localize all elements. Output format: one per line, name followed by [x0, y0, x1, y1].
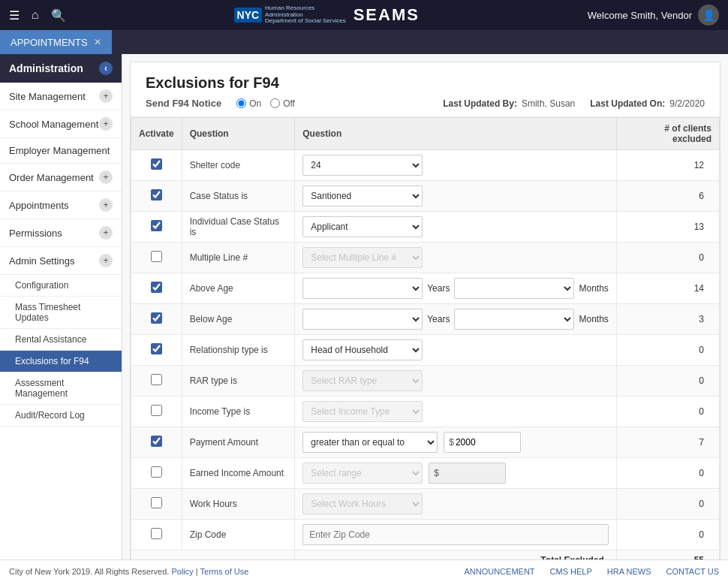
select-individual-case-status[interactable]: ApplicantParticipant — [302, 216, 423, 237]
footer-contact-link[interactable]: CONTACT US — [666, 567, 720, 576]
select-above-age-months[interactable]: 6 — [454, 278, 574, 299]
radio-off[interactable] — [270, 98, 280, 108]
sidebar-item-permissions[interactable]: Permissions + — [0, 219, 122, 247]
sidebar-item-label: Employer Management — [9, 145, 110, 156]
select-rar-type[interactable]: Select RAR type — [302, 370, 423, 391]
sidebar-item-site-management[interactable]: Site Management + — [0, 83, 122, 110]
footer-announcement-link[interactable]: ANNOUNCEMENT — [464, 567, 534, 576]
select-below-age-years[interactable]: 18 — [302, 309, 423, 330]
radio-off-label[interactable]: Off — [270, 98, 295, 109]
checkbox-case-status[interactable] — [151, 189, 162, 201]
select-income-type[interactable]: Select Income Type — [302, 401, 423, 422]
question-rar-type: RAR type is — [182, 366, 295, 397]
select-payment-condition[interactable]: greater than or equal to less than equal… — [302, 432, 438, 453]
below-age-row: 18 Years 6 Months — [302, 309, 609, 330]
sidebar-expand-icon: + — [99, 226, 113, 240]
question-case-status: Case Status is — [182, 181, 295, 212]
sidebar-collapse-btn[interactable]: ‹ — [99, 62, 113, 75]
sidebar-subitem-assessment-management[interactable]: Assessment Management — [0, 372, 122, 405]
above-age-row: 1821 Years 6 Months — [302, 278, 609, 299]
footer-hra-news-link[interactable]: HRA NEWS — [607, 567, 651, 576]
select-above-age-years[interactable]: 1821 — [302, 278, 423, 299]
question-individual-case-status: Individual Case Status is — [182, 212, 295, 243]
sidebar-expand-icon: + — [99, 254, 113, 267]
radio-off-text: Off — [283, 98, 295, 109]
footer-left: City of New York 2019. All Rights Reserv… — [9, 567, 248, 576]
checkbox-individual-case-status[interactable] — [151, 220, 162, 231]
col-activate: Activate — [131, 118, 182, 150]
sidebar-subitem-configuration[interactable]: Configuration — [0, 275, 122, 297]
tab-label: APPOINTMENTS — [11, 37, 88, 48]
select-relationship-type[interactable]: Head of HouseholdSpouse — [302, 339, 423, 360]
sidebar-subitem-mass-timesheet[interactable]: Mass Timesheet Updates — [0, 297, 122, 329]
footer-policy-link[interactable]: Policy — [171, 567, 193, 576]
question-earned-income: Earned Income Amount — [182, 458, 295, 489]
footer-right: ANNOUNCEMENT CMS HELP HRA NEWS CONTACT U… — [464, 567, 719, 576]
select-case-status[interactable]: SantionedActive — [302, 185, 423, 207]
sidebar-subitem-rental-assistance[interactable]: Rental Assistance — [0, 329, 122, 351]
footer-terms-link[interactable]: Terms of Use — [200, 567, 249, 576]
earned-income-input[interactable] — [441, 468, 501, 478]
checkbox-shelter-code[interactable] — [151, 158, 162, 170]
select-below-age-months[interactable]: 6 — [454, 309, 574, 330]
last-updated-by-value: Smith, Susan — [522, 98, 575, 109]
radio-on[interactable] — [236, 98, 246, 108]
sidebar-item-admin-settings[interactable]: Admin Settings + — [0, 247, 122, 275]
count-individual-case-status: 13 — [616, 212, 719, 243]
checkbox-above-age[interactable] — [151, 282, 162, 293]
select-work-hours[interactable]: Select Work Hours — [302, 493, 423, 514]
col-value: Question — [295, 118, 617, 150]
sidebar-item-label: Order Management — [9, 172, 94, 183]
radio-on-label[interactable]: On — [236, 98, 261, 109]
sidebar-item-label: Admin Settings — [9, 255, 74, 267]
dollar-sign: $ — [434, 468, 439, 478]
checkbox-relationship-type[interactable] — [151, 343, 162, 354]
table-row: Zip Code 0 — [131, 520, 720, 550]
checkbox-payment-amount[interactable] — [151, 436, 162, 447]
page-inner: Exclusions for F94 Send F94 Notice On Of… — [130, 62, 720, 559]
tab-close-icon[interactable]: ✕ — [94, 37, 101, 47]
sidebar-subitem-label: Assessment Management — [15, 378, 68, 399]
nav-left: ☰ ⌂ 🔍 — [9, 8, 66, 23]
checkbox-multiple-line[interactable] — [151, 251, 162, 262]
home-icon[interactable]: ⌂ — [32, 8, 39, 22]
dollar-sign: $ — [449, 437, 454, 448]
search-icon[interactable]: 🔍 — [51, 8, 66, 23]
checkbox-rar-type[interactable] — [151, 374, 162, 385]
checkbox-zip-code[interactable] — [151, 528, 162, 539]
months-label: Months — [579, 314, 608, 324]
sidebar-subitem-audit-record-log[interactable]: Audit/Record Log — [0, 405, 122, 427]
select-shelter-code[interactable]: 2425 — [302, 155, 423, 176]
count-zip-code: 0 — [616, 520, 719, 550]
radio-group-send-notice: On Off — [236, 98, 295, 109]
checkbox-below-age[interactable] — [151, 312, 162, 324]
sidebar-expand-icon: + — [99, 117, 113, 131]
user-avatar[interactable]: 👤 — [698, 5, 719, 26]
count-income-type: 0 — [616, 397, 719, 427]
select-earned-income-range[interactable]: Select range — [302, 463, 423, 484]
sidebar-subitem-exclusions-f94[interactable]: Exclusions for F94 — [0, 351, 122, 372]
select-multiple-line[interactable]: Select Multiple Line # — [302, 247, 423, 268]
checkbox-income-type[interactable] — [151, 405, 162, 416]
sidebar-item-employer-management[interactable]: Employer Management — [0, 138, 122, 164]
col-count: # of clients excluded — [616, 118, 719, 150]
footer-cms-help-link[interactable]: CMS HELP — [550, 567, 592, 576]
earned-income-row: Select range $ — [302, 463, 609, 484]
count-rar-type: 0 — [616, 366, 719, 397]
question-below-age: Below Age — [182, 304, 295, 335]
sidebar-item-order-management[interactable]: Order Management + — [0, 164, 122, 191]
sidebar-item-appointments[interactable]: Appointments + — [0, 191, 122, 219]
checkbox-earned-income[interactable] — [151, 466, 162, 478]
payment-amount-input[interactable] — [456, 437, 516, 448]
checkbox-work-hours[interactable] — [151, 497, 162, 508]
count-earned-income: 0 — [616, 458, 719, 489]
send-f94-label: Send F94 Notice — [146, 98, 221, 109]
tab-appointments[interactable]: APPOINTMENTS ✕ — [0, 30, 112, 54]
last-updated-on-value: 9/2/2020 — [669, 98, 705, 109]
hamburger-icon[interactable]: ☰ — [9, 8, 20, 23]
sidebar-item-label: Permissions — [9, 228, 62, 239]
sidebar-item-school-management[interactable]: School Management + — [0, 110, 122, 138]
sidebar-item-label: Appointments — [9, 200, 69, 211]
content-area: Exclusions for F94 Send F94 Notice On Of… — [122, 54, 728, 559]
zip-code-input[interactable] — [302, 524, 609, 545]
